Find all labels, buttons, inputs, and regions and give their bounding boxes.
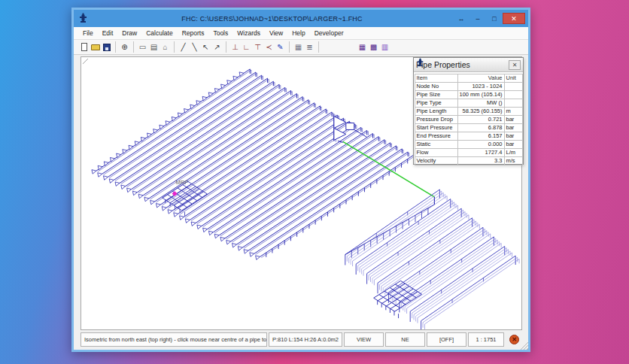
column-header-value: Value [457, 74, 504, 83]
title-bar[interactable]: FHC: C:\USERS\JOHNAD~1\DESKTOP\LARGER~1.… [74, 10, 528, 27]
pipe-end-tool-icon[interactable]: ⊥ [229, 41, 241, 53]
pipe-properties-table: Item Value Unit Node No1023 - 1024Pipe S… [415, 74, 523, 165]
status-orientation[interactable]: NE [385, 332, 425, 347]
menu-item-wizards[interactable]: Wizards [232, 28, 265, 38]
status-bar: Isometric from north east (top right) - … [81, 332, 522, 347]
panel-close-icon[interactable]: ✕ [509, 60, 521, 70]
pipe-property-row: Pipe Length58.325 (60.155)m [415, 108, 522, 116]
save-icon[interactable] [101, 41, 112, 53]
grid-fill-icon[interactable]: ▩ [368, 41, 379, 53]
pipe-property-value: 1727.4 [457, 149, 504, 157]
column-header-item: Item [415, 74, 457, 83]
pipe-property-value: 0.721 [457, 116, 504, 124]
pipe-property-row: Velocity3.3m/s [415, 157, 522, 165]
pipe-property-item: Node No [415, 83, 457, 91]
pipe-property-value: 100 mm (105.14) [457, 91, 504, 99]
toolbar-separator [289, 41, 290, 53]
toolbar-group: ▦▩▥ [357, 41, 390, 53]
pipe-property-unit: bar [504, 132, 522, 141]
pipe-property-item: Start Pressure [415, 124, 457, 132]
menu-item-calculate[interactable]: Calculate [141, 28, 177, 38]
pipe-property-unit [504, 91, 522, 99]
menu-item-file[interactable]: File [78, 28, 98, 38]
pipe-properties-panel: Pipe Properties ✕ Item Value Unit Node N… [413, 57, 524, 165]
pipe-property-value: MW () [457, 99, 504, 108]
toolbar-separator [226, 41, 226, 53]
pipe-property-row: Node No1023 - 1024 [415, 83, 522, 91]
status-scale: 1 : 1751 [468, 332, 504, 347]
status-off-toggle[interactable]: [OFF] [427, 332, 466, 347]
hydrant-app-icon [78, 13, 88, 24]
grid-columns-icon[interactable]: ▥ [379, 41, 390, 53]
pipe-property-unit: m [504, 108, 522, 116]
pipe-property-unit: L/m [504, 149, 522, 157]
pipe-property-row: Pipe TypeMW () [415, 99, 522, 108]
status-alert: ✕ [506, 332, 522, 347]
new-document-icon[interactable] [78, 41, 90, 53]
pipe-properties-title-bar[interactable]: Pipe Properties ✕ [414, 58, 523, 72]
menu-item-edit[interactable]: Edit [98, 28, 118, 38]
pipe-property-row: Pipe Size100 mm (105.14) [415, 91, 522, 99]
pipe-property-value: 6.157 [457, 132, 504, 141]
panel-title-text: Pipe Properties [416, 60, 509, 69]
open-file-icon[interactable] [90, 41, 101, 53]
close-button[interactable]: ✕ [503, 13, 525, 24]
pipe-corner-tool-icon[interactable]: ∟ [241, 41, 252, 53]
rectangle-tool-icon[interactable]: ▭ [137, 41, 148, 53]
line-sw-ne-icon[interactable]: ╱ [178, 41, 189, 53]
menu-item-tools[interactable]: Tools [208, 28, 232, 38]
window-title: FHC: C:\USERS\JOHNAD~1\DESKTOP\LARGER~1.… [91, 15, 453, 23]
menu-item-developer[interactable]: Developer [310, 28, 348, 38]
pipe-angle-tool-icon[interactable]: ≺ [263, 41, 275, 53]
status-message: Isometric from north east (top right) - … [81, 332, 267, 347]
pipe-property-item: End Pressure [415, 132, 457, 141]
arrow-nw-icon[interactable]: ↖ [200, 41, 211, 53]
menu-item-help[interactable]: Help [287, 28, 309, 38]
line-nw-se-icon[interactable]: ╲ [189, 41, 200, 53]
pipe-properties-header-row: Item Value Unit [415, 74, 522, 83]
pipe-property-item: Flow [415, 149, 457, 157]
roof-sprinkler-system[interactable] [92, 69, 415, 259]
pipe-property-row: Pressure Drop0.721bar [415, 116, 522, 124]
canvas-corner-tick [83, 59, 88, 64]
arrow-ne-icon[interactable]: ↗ [211, 41, 223, 53]
zoom-extents-icon[interactable]: ⊕ [119, 41, 130, 53]
mrp-label: MRP [176, 179, 189, 186]
menu-item-view[interactable]: View [265, 28, 287, 38]
calculation-sheet-icon[interactable]: ▦ [293, 41, 304, 53]
polygon-tool-icon[interactable]: ⌂ [160, 41, 171, 53]
toolbar-separator [318, 41, 319, 53]
toolbar-separator [174, 41, 175, 53]
menu-item-draw[interactable]: Draw [117, 28, 141, 38]
menu-item-reports[interactable]: Reports [178, 28, 209, 38]
pipe-property-value: 6.878 [457, 124, 504, 132]
hydrant-panel-icon [416, 58, 424, 68]
menu-bar: FileEditDrawCalculateReportsToolsWizards… [74, 27, 528, 40]
toolbar-group [78, 41, 112, 53]
fhc-application-window: FHC: C:\USERS\JOHNAD~1\DESKTOP\LARGER~1.… [71, 8, 530, 352]
toolbar-separator [133, 41, 134, 53]
toolbar: ⊕▭▤⌂╱╲↖↗⊥∟⊤≺✎▦≣▦▩▥ [74, 40, 528, 55]
pipe-property-item: Pressure Drop [415, 116, 457, 124]
rack-sprinkler-system[interactable] [345, 190, 519, 329]
results-list-icon[interactable]: ≣ [304, 41, 315, 53]
grid-array-icon[interactable]: ▦ [357, 41, 368, 53]
pipe-tee-tool-icon[interactable]: ⊤ [252, 41, 263, 53]
maximize-button[interactable]: □ [486, 13, 503, 24]
minimize-button[interactable]: – [469, 13, 486, 24]
pin-window-button[interactable]: ↔ [453, 13, 469, 24]
pipe-property-row: Flow1727.4L/m [415, 149, 522, 157]
drawing-area[interactable]: MRP Pipe Properties ✕ Item Value U [81, 56, 522, 330]
pencil-edit-icon[interactable]: ✎ [275, 41, 286, 53]
status-view-toggle[interactable]: VIEW [344, 332, 384, 347]
pipe-property-row: Static0.000bar [415, 141, 522, 149]
pipe-property-item: Pipe Type [415, 99, 457, 108]
filled-rectangle-tool-icon[interactable]: ▤ [148, 41, 160, 53]
pipe-property-value: 0.000 [457, 141, 504, 149]
toolbar-group: ▦≣ [293, 41, 315, 53]
pipe-property-row: End Pressure6.157bar [415, 132, 522, 141]
pipe-property-unit: bar [504, 124, 522, 132]
pipe-property-row: Start Pressure6.878bar [415, 124, 522, 132]
pipe-properties-body: Node No1023 - 1024Pipe Size100 mm (105.1… [415, 83, 522, 165]
column-header-unit: Unit [504, 74, 522, 83]
